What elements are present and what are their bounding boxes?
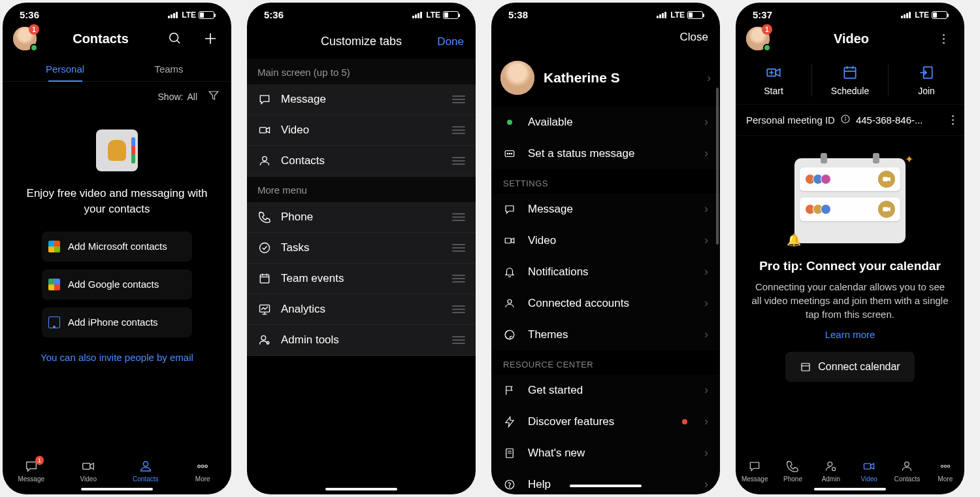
calendar-icon — [257, 271, 272, 286]
svg-point-22 — [261, 335, 266, 340]
svg-point-13 — [263, 156, 267, 161]
chevron-right-icon: › — [704, 415, 708, 428]
svg-point-8 — [198, 465, 201, 468]
page-title: Video — [770, 31, 933, 46]
nav-video[interactable]: Video — [60, 458, 118, 483]
settings-notifications[interactable]: Notifications› — [491, 256, 720, 288]
svg-point-57 — [828, 462, 832, 466]
new-indicator-dot — [682, 419, 687, 424]
intro-text: Enjoy free video and messaging with your… — [22, 186, 212, 217]
resource-whatsnew[interactable]: What's new› — [491, 437, 720, 469]
chevron-right-icon: › — [704, 202, 708, 216]
nav-contacts[interactable]: Contacts — [117, 458, 174, 483]
set-status-row[interactable]: Set a status message› — [491, 138, 720, 169]
tab-row-contacts[interactable]: Contacts — [247, 146, 476, 177]
message-icon — [748, 460, 761, 473]
schedule-button[interactable]: Schedule — [812, 63, 889, 96]
drag-handle-icon[interactable] — [452, 213, 465, 221]
svg-marker-54 — [888, 207, 890, 211]
tab-row-video[interactable]: Video — [247, 115, 476, 146]
home-indicator[interactable] — [814, 488, 886, 490]
profile-avatar[interactable]: 1 — [746, 27, 770, 50]
nav-contacts[interactable]: Contacts — [888, 458, 926, 483]
learn-more-link[interactable]: Learn more — [825, 329, 875, 340]
close-button[interactable]: Close — [680, 31, 708, 44]
signal-icon — [168, 12, 178, 18]
message-icon — [257, 92, 272, 107]
resource-getstarted[interactable]: Get started› — [491, 375, 720, 406]
drag-handle-icon[interactable] — [452, 244, 465, 252]
tab-row-analytics[interactable]: Analytics — [247, 294, 476, 325]
svg-point-27 — [511, 153, 512, 154]
filter-icon[interactable] — [208, 90, 220, 103]
drag-handle-icon[interactable] — [452, 336, 465, 344]
settings-connected[interactable]: Connected accounts› — [491, 288, 720, 319]
drag-handle-icon[interactable] — [452, 305, 465, 313]
add-google-button[interactable]: Add Google contacts — [42, 269, 192, 300]
home-indicator[interactable] — [325, 488, 397, 490]
presence-indicator — [763, 44, 771, 52]
add-microsoft-button[interactable]: Add Microsoft contacts — [42, 231, 192, 262]
tab-teams[interactable]: Teams — [117, 57, 221, 81]
tasks-icon — [257, 241, 272, 255]
resource-help[interactable]: Help› — [491, 469, 720, 494]
nav-more[interactable]: More — [174, 458, 232, 483]
tab-row-tasks[interactable]: Tasks — [247, 233, 476, 264]
drag-handle-icon[interactable] — [452, 275, 465, 283]
settings-themes[interactable]: Themes› — [491, 319, 720, 351]
page-title: Contacts — [37, 31, 165, 46]
overflow-button[interactable] — [933, 28, 954, 49]
available-dot-icon — [507, 120, 512, 125]
pmi-overflow-button[interactable] — [952, 115, 954, 125]
video-icon — [257, 123, 272, 137]
nav-video[interactable]: Video — [850, 458, 888, 483]
chevron-right-icon: › — [704, 328, 708, 341]
nav-message[interactable]: 1Message — [3, 458, 60, 483]
chevron-right-icon: › — [704, 477, 708, 491]
status-time: 5:37 — [753, 9, 772, 20]
tab-personal[interactable]: Personal — [13, 57, 117, 81]
tab-row-message[interactable]: Message — [247, 84, 476, 115]
home-indicator[interactable] — [81, 488, 153, 490]
nav-admin[interactable]: Admin — [812, 458, 850, 483]
profile-avatar[interactable]: 1 — [13, 27, 37, 50]
status-available-row[interactable]: Available› — [491, 107, 720, 138]
profile-avatar — [500, 61, 534, 95]
nav-more[interactable]: More — [926, 458, 964, 483]
tab-row-teamevents[interactable]: Team events — [247, 264, 476, 294]
add-iphone-button[interactable]: Add iPhone contacts — [42, 307, 192, 337]
tab-row-admintools[interactable]: Admin tools — [247, 325, 476, 356]
start-button[interactable]: Start — [736, 63, 812, 96]
nav-phone[interactable]: Phone — [774, 458, 811, 483]
filter-all-value[interactable]: All — [187, 92, 197, 102]
profile-row[interactable]: Katherine S › — [491, 49, 720, 107]
svg-point-63 — [944, 465, 946, 467]
home-indicator[interactable] — [570, 485, 642, 487]
resource-discover[interactable]: Discover features› — [491, 406, 720, 437]
scrollbar-thumb[interactable] — [716, 88, 719, 245]
settings-video[interactable]: Video› — [491, 225, 720, 256]
join-button[interactable]: Join — [889, 63, 964, 96]
search-button[interactable] — [165, 28, 186, 49]
svg-rect-5 — [83, 463, 90, 469]
document-icon — [503, 447, 516, 459]
invite-email-link[interactable]: You can also invite people by email — [41, 352, 193, 363]
drag-handle-icon[interactable] — [452, 95, 465, 103]
connect-calendar-button[interactable]: Connect calendar — [785, 352, 914, 382]
calendar-icon — [800, 361, 811, 373]
microsoft-icon — [48, 241, 60, 252]
drag-handle-icon[interactable] — [452, 126, 465, 134]
svg-rect-59 — [864, 464, 871, 469]
info-icon[interactable] — [840, 114, 851, 126]
svg-point-14 — [260, 243, 270, 253]
more-icon — [195, 459, 210, 473]
drag-handle-icon[interactable] — [452, 157, 465, 165]
status-indicators: LTE — [168, 10, 214, 20]
add-button[interactable] — [200, 28, 221, 49]
tab-row-phone[interactable]: Phone — [247, 202, 476, 233]
done-button[interactable]: Done — [437, 35, 464, 48]
settings-message[interactable]: Message› — [491, 194, 720, 225]
status-message-icon — [503, 148, 516, 160]
section-main-label: Main screen (up to 5) — [247, 59, 476, 84]
nav-message[interactable]: Message — [736, 458, 774, 483]
